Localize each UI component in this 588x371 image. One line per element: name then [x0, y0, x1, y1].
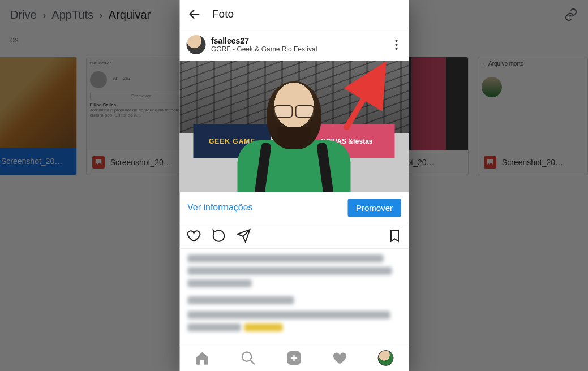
nav-add-icon[interactable]	[286, 350, 302, 366]
post-header: fsallees27 GGRF - Geek & Game Rio Festiv…	[179, 28, 409, 61]
nav-home-icon[interactable]	[195, 350, 211, 366]
comment-icon[interactable]	[211, 228, 226, 243]
nav-profile-icon[interactable]	[378, 350, 394, 366]
heart-icon[interactable]	[186, 228, 201, 243]
user-avatar[interactable]	[186, 35, 205, 54]
post-caption-area	[179, 249, 409, 344]
nav-search-icon[interactable]	[241, 350, 256, 366]
bookmark-icon[interactable]	[387, 228, 402, 243]
back-arrow-icon[interactable]	[187, 7, 201, 21]
view-insights-link[interactable]: Ver informações	[187, 202, 253, 213]
instagram-photo-viewer: Foto fsallees27 GGRF - Geek & Game Rio F…	[179, 0, 409, 371]
instagram-bottom-nav	[179, 344, 409, 371]
post-location[interactable]: GGRF - Geek & Game Rio Festival	[211, 45, 317, 53]
post-options-icon[interactable]	[390, 37, 402, 53]
viewer-header: Foto	[179, 0, 409, 28]
viewer-title: Foto	[212, 8, 234, 20]
nav-activity-icon[interactable]	[332, 350, 348, 366]
post-image[interactable]: GEEK GAME NOIVAS &festas	[179, 61, 409, 192]
send-icon[interactable]	[236, 228, 251, 243]
post-action-bar	[179, 223, 409, 249]
promote-button[interactable]: Promover	[348, 199, 401, 217]
post-username[interactable]: fsallees27	[211, 36, 317, 45]
insights-row: Ver informações Promover	[179, 192, 409, 223]
svg-point-0	[242, 352, 251, 361]
